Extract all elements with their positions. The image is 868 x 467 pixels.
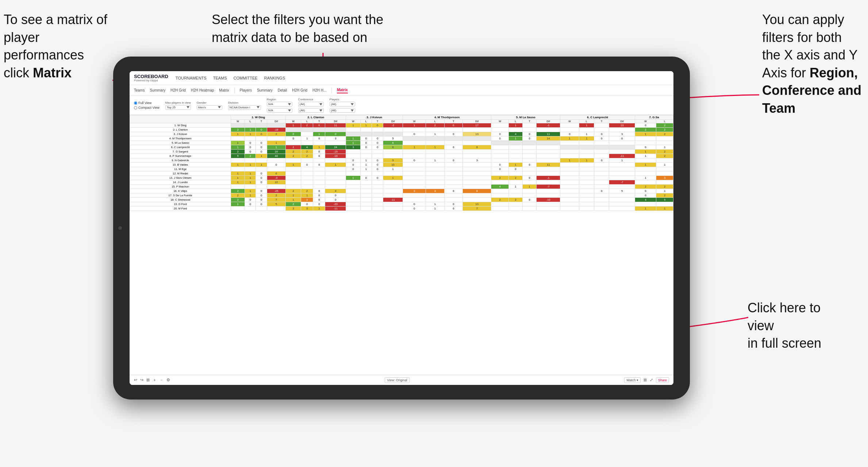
col-group-7: 7. G Sa [635,115,673,120]
table-row: 6. C Lamprecht 1001 24124 3006 1106 01 [130,145,673,150]
table-row: 2. L Clanton 210-16 22 [130,128,673,132]
filters-row: Full View Compact View Max players in vi… [130,96,673,115]
bottom-toolbar: ↩ ↪ ⊞ ＋ － ⚙ View: Original Watch ▾ ⊞ ⤢ [130,375,673,385]
watch-btn[interactable]: Watch ▾ [624,377,641,383]
full-view-radio[interactable]: Full View [134,101,160,105]
sub-nav-teams[interactable]: Teams [134,88,145,93]
sub-nav-h2h-grid2[interactable]: H2H Grid [292,88,307,93]
division-select[interactable]: NCAA Division I [228,105,261,110]
app-header: SCOREBOARD Powered by clippd TOURNAMENTS… [130,71,673,85]
table-row: 9. N Gabrelcik 0109 0103 1101 [130,158,673,163]
nav-teams[interactable]: TEAMS [213,76,227,80]
scoreboard-logo: SCOREBOARD Powered by clippd [134,74,168,82]
region-filter: Region N/A N/A [267,98,292,113]
sub-nav-h2h-grid[interactable]: H2H Grid [170,88,186,93]
players-filter: Players (All) (All) [330,98,355,113]
view-original-btn[interactable]: View: Original [385,377,409,383]
max-players-filter: Max players in view Top 25 [165,101,191,110]
col-group-4: 4. M Thorbjornsen [403,115,491,120]
nav-tournaments[interactable]: TOURNAMENTS [176,76,207,80]
conference-select-2[interactable]: (All) [298,108,324,113]
table-row: 7. G Sargent 20016 220-15 12 [130,150,673,154]
annotation-top-left: To see a matrix of player performances c… [4,11,113,82]
grid-icon[interactable]: ⊞ [644,378,647,382]
tablet-frame: SCOREBOARD Powered by clippd TOURNAMENTS… [113,57,690,400]
zoom-out-icon[interactable]: － [160,377,164,383]
sub-nav-h2h-h[interactable]: H2H H... [312,88,326,93]
col-group-2: 2. L Clanton [286,115,346,120]
zoom-in-icon[interactable]: ＋ [153,377,157,383]
players-select-1[interactable]: (All) [330,102,355,107]
players-select-2[interactable]: (All) [330,108,355,113]
table-row: 15. P Maichon 411-7 22 [130,185,673,189]
view-options: Full View Compact View [134,101,160,109]
annotation-top-center: Select the filters you want the matrix d… [212,11,431,46]
region-select-2[interactable]: N/A [267,108,292,113]
nav-rankings[interactable]: RANKINGS [264,76,285,80]
tablet-screen: SCOREBOARD Powered by clippd TOURNAMENTS… [130,71,673,385]
annotation-top-right: You can apply filters for both the X axi… [762,11,864,117]
col-header-player [130,115,231,123]
table-row: 3. J Koivun 1102 010 01013 04011 0103 12 [130,132,673,136]
table-row: 1. W Ding 12011 110-2 12017 1-1 113 02 [130,123,673,128]
undo-icon[interactable]: ↩ [134,378,137,382]
sub-nav-matrix[interactable]: Matrix [219,88,229,93]
gender-select[interactable]: Men's [197,105,222,110]
toolbar-left: ↩ ↪ ⊞ ＋ － ⚙ [134,377,170,383]
table-row: 17. S De La Fuente 2102 1100 02 [130,193,673,198]
table-row: 19. D Ford 1005 200-20 01013 [130,202,673,207]
main-nav: TOURNAMENTS TEAMS COMMITTEE RANKINGS [176,76,285,80]
matrix-table: 1. W Ding 2. L Clanton 3. J Koivun 4. M … [130,115,673,211]
table-row: 14. J Lundin 11010 -7 [130,180,673,185]
col-group-3: 3. J Koivun [346,115,403,120]
settings-icon[interactable]: ⚙ [166,378,170,382]
table-row: 11. M Ege 0101 00 [130,167,673,171]
col-group-5: 5. M La Sasso [491,115,560,120]
nav-committee[interactable]: COMMITTEE [234,76,258,80]
zoom-fit-icon[interactable]: ⊞ [146,378,150,382]
col-group-1: 1. W Ding [231,115,286,120]
sub-nav: Teams Summary H2H Grid H2H Heatmap Matri… [130,85,673,96]
toolbar-right: Watch ▾ ⊞ ⤢ Share [624,377,669,383]
table-row: 13. J Skov Olesen 110-3 1001 220-1 13 [130,176,673,180]
division-filter: Division NCAA Division I [228,101,261,110]
max-players-select[interactable]: Top 25 [165,105,191,110]
table-row: 18. C Sherwood 2007 1300 -11 220-10 45 [130,198,673,202]
toolbar-center: View: Original [385,377,409,383]
sub-nav-matrix-active[interactable]: Matrix [337,87,347,93]
sub-nav-summary2[interactable]: Summary [257,88,273,93]
sub-nav-detail[interactable]: Detail [278,88,287,93]
table-row: 8. P Summerhays 52148 220-16 -11 12 [130,154,673,158]
camera-dot [118,226,122,230]
gender-filter: Gender Men's [197,101,222,110]
sub-nav-h2h-heatmap[interactable]: H2H Heatmap [191,88,214,93]
table-row: 5. M La Sasso 1001 1006 [130,141,673,145]
table-row: 16. K Vilips 210-25 2204 3308 05 01 [130,189,673,193]
col-group-6: 6. C Lamprecht [560,115,635,120]
redo-icon[interactable]: ↪ [140,378,143,382]
region-select-1[interactable]: N/A [267,102,292,107]
annotation-bottom-right: Click here to view in full screen [748,299,850,352]
conference-select-1[interactable]: (All) [298,102,324,107]
conference-filter: Conference (All) (All) [298,98,324,113]
compact-view-radio[interactable]: Compact View [134,106,160,109]
table-row: 20. M Ford 331-11 0107 11 [130,207,673,211]
sub-nav-players[interactable]: Players [240,88,252,93]
expand-icon[interactable]: ⤢ [650,378,653,382]
table-row: 10. B Valdes 1110 1001 01010 01011 11 [130,163,673,167]
table-row: 4. M Thorbjornsen 0103 1005 01014 1100 [130,136,673,141]
matrix-table-container[interactable]: 1. W Ding 2. L Clanton 3. J Koivun 4. M … [130,115,673,375]
share-btn[interactable]: Share [656,377,669,383]
sub-nav-summary[interactable]: Summary [150,88,165,93]
table-row: 12. M Riedel 1106 [130,171,673,176]
